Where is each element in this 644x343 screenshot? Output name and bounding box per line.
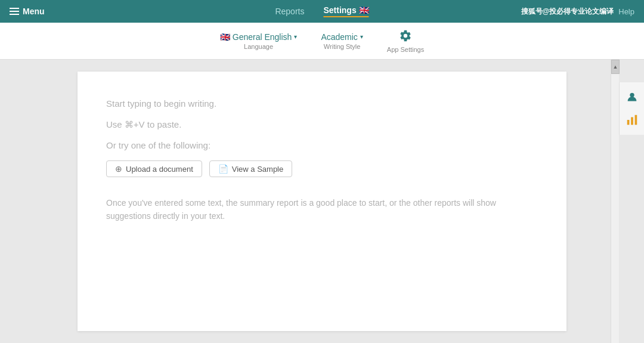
writing-style-setting[interactable]: Academic ▾ Writing Style — [321, 32, 363, 50]
svg-rect-1 — [627, 120, 629, 125]
upload-icon: ⊕ — [115, 164, 122, 174]
sample-icon: 📄 — [218, 164, 228, 174]
placeholder-line3: Or try one of the following: — [106, 137, 538, 153]
chart-icon-button[interactable] — [622, 110, 642, 130]
navbar: Menu Reports Settings 🇬🇧 搜狐号@投必得专业论文编译 H… — [0, 0, 644, 23]
menu-label: Menu — [23, 7, 45, 16]
placeholder-line1: Start typing to begin writing. — [106, 95, 538, 112]
hamburger-icon — [10, 8, 19, 15]
writing-style-chevron: ▾ — [360, 33, 363, 40]
placeholder-line2: Use ⌘+V to paste. — [106, 116, 538, 132]
flag-icon: 🇬🇧 — [220, 32, 230, 42]
help-link[interactable]: Help — [618, 7, 634, 16]
svg-rect-2 — [631, 117, 633, 125]
upload-document-button[interactable]: ⊕ Upload a document — [106, 160, 202, 177]
language-label: Language — [244, 43, 273, 50]
view-sample-button[interactable]: 📄 View a Sample — [209, 160, 292, 177]
person-icon — [626, 91, 639, 104]
svg-rect-3 — [634, 115, 637, 125]
scroll-up-button[interactable]: ▲ — [611, 60, 620, 74]
menu-button[interactable]: Menu — [10, 7, 45, 16]
app-settings-label: App Settings — [387, 46, 424, 53]
action-buttons-row: ⊕ Upload a document 📄 View a Sample — [106, 160, 538, 177]
navbar-center: Reports Settings 🇬🇧 — [275, 5, 369, 17]
navbar-right: 搜狐号@投必得专业论文编译 Help — [521, 7, 634, 17]
settings-bar: 🇬🇧 General English ▾ Language Academic ▾… — [0, 23, 644, 60]
hint-text: Once you've entered some text, the summa… — [106, 196, 538, 223]
writing-style-value: Academic — [321, 32, 357, 42]
watermark-text: 搜狐号@投必得专业论文编译 — [521, 7, 614, 17]
svg-point-0 — [630, 93, 634, 97]
language-value: General English — [233, 32, 292, 42]
user-icon-button[interactable] — [622, 87, 642, 107]
reports-nav-link[interactable]: Reports — [275, 7, 304, 16]
chart-icon — [626, 113, 639, 126]
scrollbar-track: ▲ — [611, 60, 619, 343]
gear-icon — [399, 29, 412, 45]
app-settings-setting[interactable]: App Settings — [387, 29, 424, 53]
upload-label: Upload a document — [126, 165, 193, 174]
settings-nav-link[interactable]: Settings 🇬🇧 — [323, 5, 369, 17]
main-area: Start typing to begin writing. Use ⌘+V t… — [0, 60, 644, 343]
writing-style-label: Writing Style — [324, 43, 361, 50]
editor-container[interactable]: Start typing to begin writing. Use ⌘+V t… — [78, 72, 566, 331]
sample-label: View a Sample — [232, 165, 283, 174]
language-setting[interactable]: 🇬🇧 General English ▾ Language — [220, 32, 298, 50]
placeholder-text: Start typing to begin writing. Use ⌘+V t… — [106, 95, 538, 153]
side-icons-panel — [619, 82, 644, 135]
language-chevron: ▾ — [294, 33, 297, 40]
